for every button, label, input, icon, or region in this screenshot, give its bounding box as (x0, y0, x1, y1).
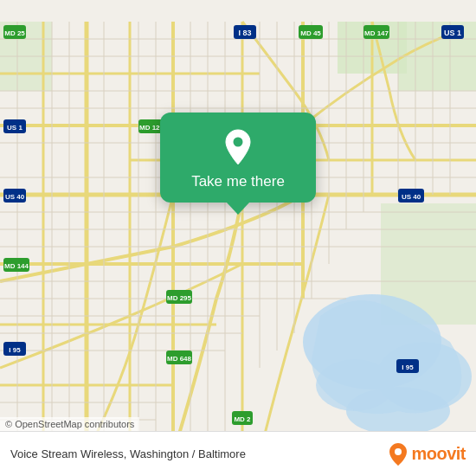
info-bar: Voice Stream Wireless, Washington / Balt… (0, 431, 476, 476)
svg-text:MD 144: MD 144 (4, 262, 29, 270)
moovit-pin-icon (389, 442, 408, 466)
copyright-bar: © OpenStreetMap contributors (0, 417, 139, 431)
svg-text:MD 147: MD 147 (364, 29, 389, 37)
svg-text:US 1: US 1 (444, 29, 461, 37)
svg-text:I 83: I 83 (238, 29, 251, 37)
svg-point-92 (234, 138, 243, 147)
location-pin-icon (222, 128, 254, 166)
svg-text:MD 25: MD 25 (4, 29, 25, 37)
moovit-logo: moovit (389, 442, 466, 466)
svg-text:US 40: US 40 (5, 193, 25, 201)
svg-text:US 40: US 40 (402, 193, 421, 201)
svg-point-93 (395, 448, 402, 455)
map-container: I 83 US 1 MD 147 MD 45 MD 129 US 40 US 4… (0, 0, 476, 476)
svg-text:US 1: US 1 (7, 124, 23, 132)
location-info-text: Voice Stream Wireless, Washington / Balt… (10, 447, 382, 460)
svg-text:MD 295: MD 295 (167, 294, 192, 302)
svg-text:I 95: I 95 (402, 363, 414, 371)
svg-text:MD 45: MD 45 (300, 29, 321, 37)
svg-text:MD 648: MD 648 (167, 355, 192, 363)
svg-text:MD 2: MD 2 (234, 415, 251, 423)
popup-label: Take me there (191, 173, 285, 190)
svg-text:I 95: I 95 (9, 346, 21, 354)
popup-card[interactable]: Take me there (160, 113, 316, 203)
popup-bubble[interactable]: Take me there (160, 113, 316, 203)
attribution-text: © OpenStreetMap contributors (5, 419, 134, 429)
moovit-text: moovit (411, 444, 466, 464)
